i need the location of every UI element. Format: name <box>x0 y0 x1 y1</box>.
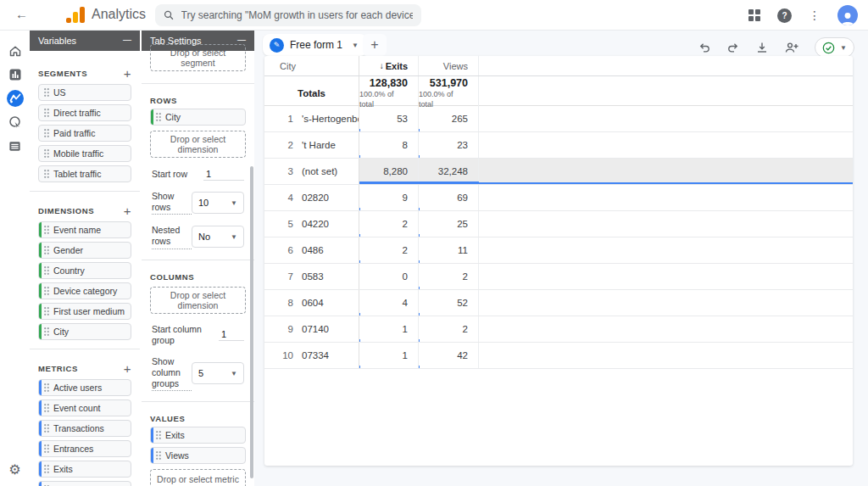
dimension-chip-label: Gender <box>53 245 83 255</box>
row-exits-cell[interactable]: 8,280 <box>359 159 419 184</box>
values-drop-zone[interactable]: Drop or select metric <box>150 469 246 486</box>
add-segment-icon[interactable]: + <box>124 66 131 81</box>
value-metric-chip[interactable]: Views <box>150 447 246 464</box>
settings-gear-icon[interactable]: ⚙ <box>0 461 30 478</box>
dimension-chip-label: First user medium <box>53 306 125 316</box>
metric-chip[interactable]: Event count <box>38 399 131 416</box>
redo-icon[interactable] <box>726 41 740 54</box>
add-metric-icon[interactable]: + <box>124 361 131 376</box>
dimension-chip[interactable]: Country <box>38 262 131 279</box>
table-row[interactable]: 60486211 <box>264 237 853 264</box>
nav-home-icon[interactable] <box>0 39 30 63</box>
rows-chip-list: City <box>142 109 254 126</box>
dimension-chip[interactable]: Gender <box>38 242 131 259</box>
column-header-exits[interactable]: ↓Exits <box>359 56 419 75</box>
row-exits-cell[interactable]: 1 <box>359 316 419 342</box>
columns-drop-zone[interactable]: Drop or select dimension <box>150 287 246 314</box>
segment-chip[interactable]: Paid traffic <box>38 125 131 142</box>
segment-chip[interactable]: Tablet traffic <box>38 165 131 182</box>
row-views-cell[interactable]: 25 <box>419 211 479 237</box>
account-avatar[interactable] <box>837 5 858 25</box>
share-user-icon[interactable] <box>784 41 799 54</box>
rows-drop-zone[interactable]: Drop or select dimension <box>150 131 246 158</box>
row-exits-cell[interactable]: 4 <box>359 290 419 316</box>
row-rank: 5 <box>273 219 293 229</box>
column-header-city[interactable]: City <box>264 56 359 75</box>
segment-drop-zone[interactable]: Drop or select segment <box>150 44 246 71</box>
cell-bar <box>419 182 479 184</box>
table-row[interactable]: 402820969 <box>264 185 853 211</box>
column-header-views[interactable]: Views <box>419 56 479 75</box>
dimension-chip[interactable]: Device category <box>38 282 131 299</box>
dimension-chip[interactable]: Event name <box>38 221 131 238</box>
collapse-variables-icon[interactable]: — <box>123 35 131 44</box>
row-views-cell[interactable]: 69 <box>419 185 479 210</box>
undo-icon[interactable] <box>698 41 711 54</box>
row-exits-cell[interactable]: 8 <box>359 132 419 158</box>
row-views-cell[interactable]: 11 <box>419 237 479 263</box>
dimension-chip[interactable]: First user medium <box>38 303 131 320</box>
dimensions-list: Event name Gender Country Device categor… <box>30 221 140 340</box>
collapse-tab-settings-icon[interactable]: — <box>237 35 246 44</box>
apps-grid-icon[interactable] <box>748 9 760 21</box>
table-row[interactable]: 80604452 <box>264 290 853 316</box>
nav-library-icon[interactable] <box>0 134 30 158</box>
table-row[interactable]: 504220225 <box>264 211 853 237</box>
show-rows-select[interactable]: 10▼ <box>192 192 244 214</box>
row-exits-cell[interactable]: 2 <box>359 237 419 263</box>
cell-bar <box>359 155 360 158</box>
table-row[interactable]: 7058302 <box>264 264 853 290</box>
table-row[interactable]: 2't Harde823 <box>264 132 853 159</box>
metric-chip[interactable]: Views <box>38 481 131 486</box>
nav-reports-icon[interactable] <box>0 63 30 87</box>
add-tab-button[interactable]: + <box>363 34 387 56</box>
dimension-chip[interactable]: City <box>38 323 131 340</box>
back-arrow-icon[interactable]: ← <box>15 7 28 21</box>
row-views-cell[interactable]: 2 <box>419 316 479 342</box>
row-views-cell[interactable]: 2 <box>419 264 479 289</box>
value-metric-chip-label: Exits <box>165 430 185 440</box>
start-column-group-input[interactable]: 1 <box>219 328 244 341</box>
status-ok-button[interactable]: ▼ <box>815 37 854 58</box>
panel-scrollbar[interactable] <box>250 166 253 478</box>
row-dimension-chip[interactable]: City <box>150 109 246 126</box>
totals-label: Totals <box>264 76 359 110</box>
metric-chip[interactable]: Active users <box>38 379 131 396</box>
row-views-cell[interactable]: 265 <box>419 106 479 131</box>
show-column-groups-select[interactable]: 5▼ <box>192 362 244 384</box>
search-input[interactable]: Try searching "MoM growth in users for e… <box>155 4 421 26</box>
table-row[interactable]: 3(not set)8,28032,248 <box>264 159 853 185</box>
more-menu-icon[interactable]: ⋮ <box>809 8 821 22</box>
cell-bar <box>419 155 420 158</box>
help-icon[interactable]: ? <box>777 8 792 23</box>
cell-bar <box>419 313 420 316</box>
row-exits-cell[interactable]: 53 <box>359 106 419 131</box>
metric-chip[interactable]: Transactions <box>38 420 131 437</box>
totals-views: 531,970 100.0% of total <box>419 76 479 110</box>
segment-chip[interactable]: Mobile traffic <box>38 145 131 162</box>
row-views-cell[interactable]: 42 <box>419 343 479 368</box>
nav-advertising-icon[interactable] <box>0 110 30 134</box>
row-exits-cell[interactable]: 2 <box>359 211 419 237</box>
value-metric-chip[interactable]: Exits <box>150 427 246 444</box>
segment-chip[interactable]: US <box>38 84 131 101</box>
row-rank: 9 <box>273 324 293 334</box>
row-views-cell[interactable]: 23 <box>419 132 479 158</box>
row-exits-cell[interactable]: 1 <box>359 343 419 368</box>
nested-rows-select[interactable]: No▼ <box>192 226 244 248</box>
add-dimension-icon[interactable]: + <box>124 204 131 218</box>
start-row-input[interactable]: 1 <box>203 168 244 181</box>
download-icon[interactable] <box>755 41 769 54</box>
row-exits-cell[interactable]: 9 <box>359 185 419 210</box>
segment-chip[interactable]: Direct traffic <box>38 104 131 121</box>
nav-explore-icon[interactable] <box>0 87 30 110</box>
row-exits-cell[interactable]: 0 <box>359 264 419 289</box>
metric-chip[interactable]: Entrances <box>38 440 131 457</box>
row-views-cell[interactable]: 32,248 <box>419 159 479 184</box>
table-row[interactable]: 1's-Hertogenbosch53265 <box>264 106 853 132</box>
table-row[interactable]: 90714012 <box>264 316 853 343</box>
table-row[interactable]: 1007334142 <box>264 343 853 369</box>
tab-free-form-1[interactable]: ✎ Free form 1 ▼ <box>263 34 367 56</box>
row-views-cell[interactable]: 52 <box>419 290 479 316</box>
metric-chip[interactable]: Exits <box>38 461 131 478</box>
